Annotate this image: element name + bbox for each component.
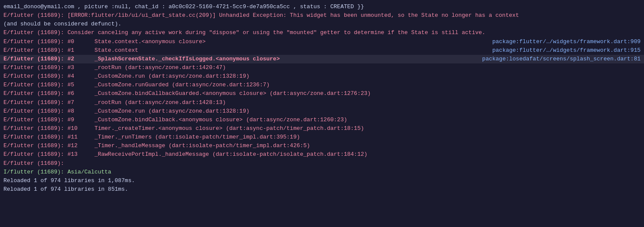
console-line: Reloaded 1 of 974 libraries in 851ms. <box>0 185 644 194</box>
console-line: Reloaded 1 of 974 libraries in 1,087ms. <box>0 177 644 185</box>
console-line: E/flutter (11689): #8 _CustomZone.run (d… <box>0 107 644 116</box>
console-line-text: E/flutter (11689): #11 _Timer._runTimers… <box>3 133 641 142</box>
console-line-text: E/flutter (11689): #8 _CustomZone.run (d… <box>3 107 641 116</box>
console-line-text: I/flutter (11689): Asia/Calcutta <box>3 168 641 177</box>
console-line: E/flutter (11689): #10 Timer._createTime… <box>0 124 644 133</box>
console-line: E/flutter (11689): #11 _Timer._runTimers… <box>0 133 644 142</box>
console-line: E/flutter (11689): #4 _CustomZone.run (d… <box>0 72 644 81</box>
console-line-text: E/flutter (11689): #7 _rootRun (dart:asy… <box>3 98 641 107</box>
console-line: E/flutter (11689): #5 _CustomZone.runGua… <box>0 81 644 89</box>
console-line-text: E/flutter (11689): #2 _SplashScreenState… <box>3 55 473 63</box>
console-line-text: E/flutter (11689): #12 _Timer._handleMes… <box>3 142 641 150</box>
console-line: I/flutter (11689): Asia/Calcutta <box>0 168 644 177</box>
console-line: E/flutter (11689): #13 _RawReceivePortIm… <box>0 150 644 159</box>
console-line: E/flutter (11689): #1 State.contextpacka… <box>0 46 644 55</box>
console-line-text: E/flutter (11689): #1 State.context <box>3 46 484 55</box>
console-line-link[interactable]: package:flutter/…/widgets/framework.dart… <box>484 38 641 46</box>
console-line-text: E/flutter (11689): <box>3 159 641 168</box>
console-line-text: (and should be considered defunct). <box>3 20 641 28</box>
console-output: email_donoo@ymail.com , picture :null, c… <box>0 0 644 227</box>
console-line: E/flutter (11689): #12 _Timer._handleMes… <box>0 142 644 150</box>
console-line-link[interactable]: package:losedafat/screens/splash_screen.… <box>473 55 641 63</box>
console-line: E/flutter (11689): [ERROR:flutter/lib/ui… <box>0 11 644 20</box>
console-line: E/flutter (11689): #7 _rootRun (dart:asy… <box>0 98 644 107</box>
console-line: E/flutter (11689): #9 _CustomZone.bindCa… <box>0 116 644 124</box>
console-line: email_donoo@ymail.com , picture :null, c… <box>0 3 644 11</box>
console-line: E/flutter (11689): #0 State.context.<ano… <box>0 38 644 46</box>
console-line-link[interactable]: package:flutter/…/widgets/framework.dart… <box>484 46 641 55</box>
console-line-text: E/flutter (11689): #0 State.context.<ano… <box>3 38 484 46</box>
console-line-text: E/flutter (11689): #9 _CustomZone.bindCa… <box>3 116 641 124</box>
console-line-text: E/flutter (11689): #6 _CustomZone.bindCa… <box>3 89 641 98</box>
console-line: E/flutter (11689): #6 _CustomZone.bindCa… <box>0 89 644 98</box>
console-line-text: E/flutter (11689): #10 Timer._createTime… <box>3 124 641 133</box>
console-line-text: E/flutter (11689): #3 _rootRun (dart:asy… <box>3 63 641 72</box>
console-line-text: E/flutter (11689): #5 _CustomZone.runGua… <box>3 81 641 89</box>
console-line-text: E/flutter (11689): #13 _RawReceivePortIm… <box>3 150 641 159</box>
console-line: E/flutter (11689): Consider canceling an… <box>0 28 644 37</box>
console-line-text: E/flutter (11689): [ERROR:flutter/lib/ui… <box>3 11 641 20</box>
console-line: E/flutter (11689): #3 _rootRun (dart:asy… <box>0 63 644 72</box>
console-line-text: E/flutter (11689): Consider canceling an… <box>3 28 641 37</box>
console-line: E/flutter (11689): <box>0 159 644 168</box>
console-line-text: email_donoo@ymail.com , picture :null, c… <box>3 3 641 11</box>
console-line: E/flutter (11689): #2 _SplashScreenState… <box>0 55 644 63</box>
console-line: (and should be considered defunct). <box>0 20 644 28</box>
console-line-text: Reloaded 1 of 974 libraries in 851ms. <box>3 185 641 194</box>
console-line-text: Reloaded 1 of 974 libraries in 1,087ms. <box>3 177 641 185</box>
console-line-text: E/flutter (11689): #4 _CustomZone.run (d… <box>3 72 641 81</box>
